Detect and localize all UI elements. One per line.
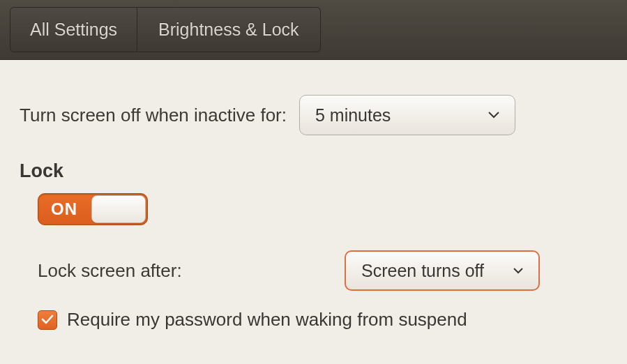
- breadcrumb-current-page[interactable]: Brightness & Lock: [137, 7, 321, 52]
- chevron-down-icon: [488, 112, 499, 119]
- lock-toggle[interactable]: ON: [38, 193, 148, 225]
- require-password-label: Require my password when waking from sus…: [67, 309, 467, 331]
- screen-off-row: Turn screen off when inactive for: 5 min…: [20, 95, 607, 135]
- lock-toggle-knob: [91, 195, 146, 223]
- toolbar: All Settings Brightness & Lock: [0, 0, 627, 60]
- chevron-down-icon: [513, 268, 523, 274]
- content-area: Turn screen off when inactive for: 5 min…: [0, 60, 627, 350]
- lock-after-value: Screen turns off: [361, 261, 484, 281]
- require-password-row: Require my password when waking from sus…: [38, 309, 607, 331]
- breadcrumb: All Settings Brightness & Lock: [10, 7, 321, 52]
- require-password-checkbox[interactable]: [38, 310, 57, 330]
- screen-off-value: 5 minutes: [315, 105, 391, 126]
- lock-heading: Lock: [20, 160, 607, 182]
- screen-off-dropdown[interactable]: 5 minutes: [299, 95, 515, 135]
- lock-after-label: Lock screen after:: [38, 260, 345, 282]
- screen-off-label: Turn screen off when inactive for:: [20, 105, 287, 126]
- lock-after-row: Lock screen after: Screen turns off: [38, 250, 607, 291]
- breadcrumb-all-settings-label: All Settings: [30, 20, 117, 40]
- lock-after-dropdown[interactable]: Screen turns off: [345, 250, 540, 291]
- breadcrumb-current-page-label: Brightness & Lock: [158, 20, 299, 40]
- lock-toggle-on-label: ON: [51, 194, 77, 225]
- breadcrumb-all-settings[interactable]: All Settings: [10, 7, 137, 52]
- check-icon: [41, 314, 54, 325]
